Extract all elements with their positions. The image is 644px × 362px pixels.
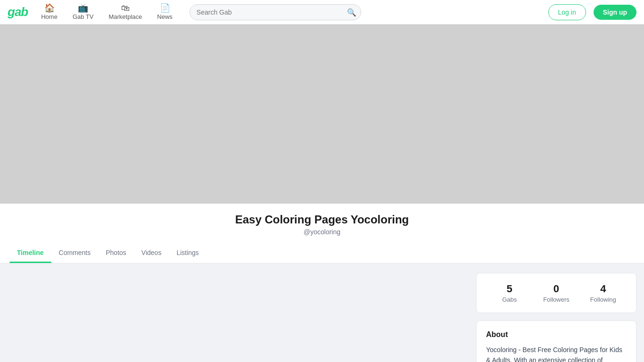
about-card: About Yocoloring - Best Free Coloring Pa… bbox=[476, 321, 636, 362]
marketplace-icon: 🛍 bbox=[121, 4, 130, 12]
stat-gabs[interactable]: 5 Gabs bbox=[486, 283, 533, 303]
nav-home[interactable]: 🏠 Home bbox=[35, 1, 63, 23]
search-button[interactable]: 🔍 bbox=[347, 8, 356, 16]
search-input[interactable] bbox=[190, 4, 361, 20]
gabs-count: 5 bbox=[486, 283, 533, 295]
cover-photo bbox=[0, 25, 644, 204]
search-bar: 🔍 bbox=[190, 4, 361, 20]
nav-home-label: Home bbox=[41, 13, 58, 20]
tab-comments[interactable]: Comments bbox=[51, 242, 99, 263]
tab-videos[interactable]: Videos bbox=[134, 242, 169, 263]
navbar: gab 🏠 Home 📺 Gab TV 🛍 Marketplace 📄 News… bbox=[0, 0, 644, 25]
right-sidebar: 5 Gabs 0 Followers 4 Following About Yoc… bbox=[476, 273, 636, 362]
tab-photos[interactable]: Photos bbox=[98, 242, 134, 263]
nav-marketplace[interactable]: 🛍 Marketplace bbox=[103, 1, 148, 23]
nav-news-label: News bbox=[157, 13, 173, 20]
tab-listings[interactable]: Listings bbox=[169, 242, 206, 263]
followers-label: Followers bbox=[533, 296, 579, 303]
login-button[interactable]: Log in bbox=[548, 4, 586, 20]
nav-gabtv-label: Gab TV bbox=[73, 13, 94, 20]
home-icon: 🏠 bbox=[44, 4, 55, 12]
news-icon: 📄 bbox=[160, 4, 170, 12]
timeline-feed bbox=[8, 273, 467, 362]
followers-count: 0 bbox=[533, 283, 579, 295]
signup-button[interactable]: Sign up bbox=[594, 5, 636, 20]
nav-marketplace-label: Marketplace bbox=[108, 13, 142, 20]
profile-handle: @yocoloring bbox=[0, 228, 644, 236]
about-title: About bbox=[486, 330, 627, 339]
profile-name: Easy Coloring Pages Yocoloring bbox=[0, 213, 644, 226]
logo[interactable]: gab bbox=[8, 5, 28, 19]
profile-tabs: Timeline Comments Photos Videos Listings bbox=[0, 242, 644, 263]
stat-following[interactable]: 4 Following bbox=[580, 283, 627, 303]
gabs-label: Gabs bbox=[486, 296, 533, 303]
tab-timeline[interactable]: Timeline bbox=[9, 242, 51, 263]
following-label: Following bbox=[580, 296, 627, 303]
tv-icon: 📺 bbox=[78, 4, 88, 12]
nav-gabtv[interactable]: 📺 Gab TV bbox=[67, 1, 99, 23]
nav-news[interactable]: 📄 News bbox=[151, 1, 178, 23]
stat-followers[interactable]: 0 Followers bbox=[533, 283, 579, 303]
main-content: 5 Gabs 0 Followers 4 Following About Yoc… bbox=[0, 263, 644, 362]
about-text: Yocoloring - Best Free Coloring Pages fo… bbox=[486, 345, 627, 362]
stats-card: 5 Gabs 0 Followers 4 Following bbox=[476, 273, 636, 313]
following-count: 4 bbox=[580, 283, 627, 295]
profile-section: Easy Coloring Pages Yocoloring @yocolori… bbox=[0, 204, 644, 263]
